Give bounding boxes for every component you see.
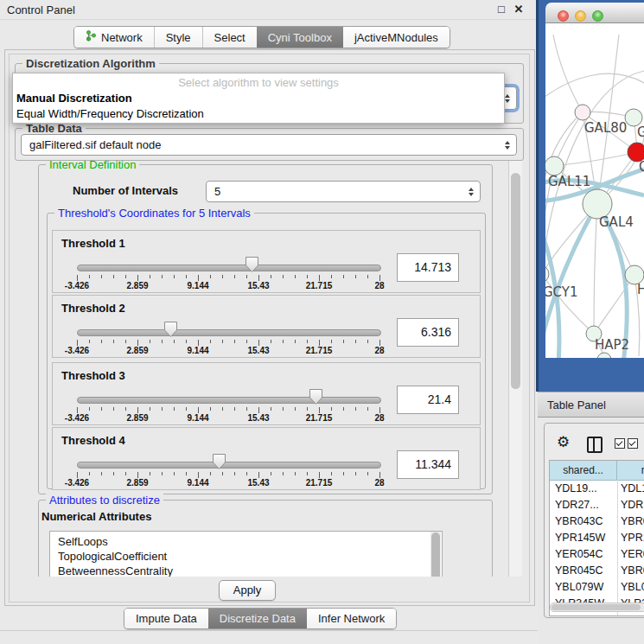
slider-track[interactable] (77, 329, 381, 336)
numerical-attributes-label: Numerical Attributes (41, 510, 151, 523)
table-data-selected: galFiltered.sif default node (29, 138, 161, 151)
apply-button[interactable]: Apply (219, 580, 276, 601)
table-panel-title: Table Panel (547, 399, 606, 411)
table-header-shared-name[interactable]: shared... (550, 461, 617, 481)
slider-tick-label: 2.859 (126, 478, 148, 488)
slider-tick (234, 472, 235, 475)
close-window-icon[interactable]: ✕ (512, 3, 526, 16)
node-table[interactable]: shared...na YDL19...YDL1YDR27...YDR2YBR0… (549, 460, 644, 616)
table-row[interactable]: YBR045CYBR0 (550, 563, 644, 579)
traffic-light-zoom-icon[interactable] (592, 10, 603, 22)
checkbox-icon[interactable] (615, 438, 625, 449)
dropdown-option-manual-discretization[interactable]: Manual Discretization (13, 91, 504, 106)
table-cell: YBR0 (621, 513, 644, 530)
combo-stepper-icon (469, 188, 474, 196)
table-row[interactable]: YER054CYER0 (550, 546, 644, 563)
slider-tick-label: -3.426 (65, 478, 89, 488)
threshold-value-field[interactable]: 6.316 (397, 318, 459, 347)
attribute-list-item[interactable]: TopologicalCoefficient (58, 549, 442, 564)
table-column-separator (617, 461, 618, 615)
table-row[interactable]: YBR043CYBR0 (550, 513, 644, 530)
gal11-node[interactable] (545, 156, 564, 175)
slider-tick (162, 275, 163, 278)
slider-track[interactable] (77, 265, 381, 271)
threshold-value-field[interactable]: 11.344 (397, 450, 459, 479)
table-panel-titlebar: Table Panel (538, 392, 644, 418)
bottom-tab-discretize-data[interactable]: Discretize Data (208, 609, 307, 628)
bottom-tab-infer-network[interactable]: Infer Network (307, 609, 396, 628)
table-row[interactable]: YBL079WYBL0 (550, 579, 644, 596)
num-intervals-combobox[interactable]: 5 (206, 181, 481, 202)
float-window-icon[interactable]: □ (494, 3, 508, 16)
slider-tick (258, 275, 259, 281)
slider-track[interactable] (77, 462, 381, 469)
slider-tick (283, 407, 284, 411)
threshold-value-field[interactable]: 21.4 (397, 386, 459, 414)
table-data-combobox[interactable]: galFiltered.sif default node (21, 134, 517, 156)
slider-tick-label: 21.715 (306, 281, 333, 290)
tab-jactivemnodules[interactable]: jActiveMNodules (343, 27, 450, 48)
bottom-tab-label: Discretize Data (220, 612, 296, 625)
slider-tick (162, 340, 163, 343)
slider-tick (174, 340, 175, 343)
attributes-list-scrollbar[interactable] (430, 532, 441, 577)
table-data-group-title: Table Data (22, 122, 86, 135)
tab-select[interactable]: Select (202, 27, 257, 48)
slider-tick (343, 407, 344, 411)
bottom-node[interactable] (597, 353, 611, 358)
slider-thumb[interactable] (163, 321, 178, 338)
table-header-name[interactable]: na (617, 461, 644, 481)
slider-track[interactable] (77, 397, 381, 404)
numerical-attributes-list[interactable]: SelfLoopsTopologicalCoefficientBetweenne… (49, 531, 443, 577)
gear-icon[interactable]: ⚙ (557, 433, 570, 451)
slider-tick-label: 21.715 (306, 478, 333, 488)
slider-tick (379, 340, 380, 346)
algorithm-dropdown-popup: Select algorithm to view settings Manual… (12, 73, 505, 124)
slider-tick (89, 275, 90, 278)
top-right-node[interactable] (625, 109, 642, 126)
slider-tick (222, 340, 223, 343)
split-columns-icon[interactable] (587, 437, 603, 453)
slider-thumb[interactable] (309, 388, 323, 405)
threshold-label: Threshold 2 (61, 302, 125, 315)
slider-tick-label: 9.144 (187, 281, 208, 290)
tab-style[interactable]: Style (154, 27, 202, 48)
algorithm-group-title: Discretization Algorithm (22, 57, 159, 70)
slider-tick (210, 275, 211, 278)
tab-cyni-toolbox[interactable]: Cyni Toolbox (257, 27, 343, 48)
slider-tick (113, 275, 114, 278)
slider-tick (295, 407, 296, 411)
slider-tick (137, 275, 138, 281)
network-canvas[interactable]: GAL80GACGAL11GAL4GCY1HHAP2 (545, 23, 644, 358)
traffic-light-minimize-icon[interactable] (575, 10, 586, 22)
slider-tick (198, 340, 199, 346)
gal80-node[interactable] (575, 105, 590, 120)
table-row[interactable]: YIL052CYIL0 (550, 612, 644, 616)
slider-tick (367, 407, 368, 411)
network-node-label: H (637, 282, 644, 297)
slider-thumb[interactable] (212, 453, 226, 470)
attribute-list-item[interactable]: SelfLoops (58, 534, 442, 549)
gcy1-node[interactable] (545, 265, 549, 283)
settings-scroll-viewport: Interval Definition Number of Intervals … (11, 161, 508, 577)
dropdown-option-equal-width-frequency-discretization[interactable]: Equal Width/Frequency Discretization (13, 106, 504, 122)
attribute-list-item[interactable]: BetweennessCentrality (58, 564, 442, 577)
slider-thumb[interactable] (245, 256, 259, 273)
slider-tick (307, 472, 308, 475)
threshold-value-field[interactable]: 14.713 (397, 253, 459, 282)
network-window-titlebar[interactable] (545, 3, 644, 23)
tab-network[interactable]: Network (74, 27, 154, 48)
slider-tick (295, 340, 296, 343)
slider-tick (331, 407, 332, 411)
table-row[interactable]: YDL19...YDL1 (550, 481, 644, 497)
table-horizontal-scrollbar[interactable] (550, 603, 644, 612)
slider-tick (258, 407, 259, 413)
slider-tick (379, 472, 380, 478)
settings-vertical-scrollbar[interactable] (508, 161, 522, 577)
checkbox-icon[interactable] (628, 438, 638, 449)
table-row[interactable]: YDR27...YDR2 (550, 497, 644, 513)
threshold-label: Threshold 3 (61, 369, 125, 382)
table-row[interactable]: YPR145WYPR1 (550, 530, 644, 546)
traffic-light-close-icon[interactable] (558, 10, 569, 22)
bottom-tab-impute-data[interactable]: Impute Data (124, 609, 208, 628)
